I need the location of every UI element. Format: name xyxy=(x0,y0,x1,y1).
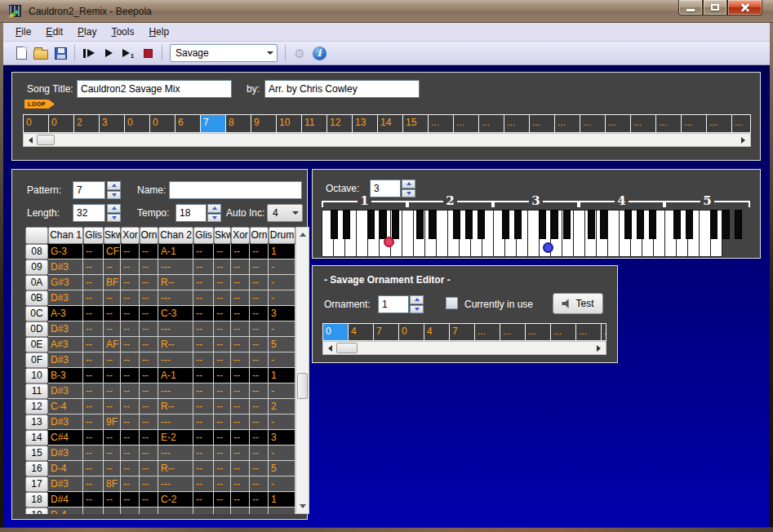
pattern-cell[interactable]: -- xyxy=(231,337,250,352)
sequence-cell[interactable]: ... xyxy=(682,115,707,132)
piano-black-key[interactable] xyxy=(686,210,693,239)
row-address[interactable]: 09 xyxy=(25,259,48,275)
piano-black-key[interactable] xyxy=(673,210,681,239)
pattern-cell[interactable]: -- xyxy=(121,508,140,514)
sequence-cell[interactable]: ... xyxy=(732,115,751,132)
pattern-cell[interactable]: -- xyxy=(140,368,158,383)
play-pattern-button[interactable] xyxy=(99,43,118,63)
pattern-cell[interactable]: E-2 xyxy=(158,430,193,446)
pattern-cell[interactable]: D#3 xyxy=(48,446,83,461)
play-once-button[interactable]: 1 xyxy=(118,43,138,63)
row-address[interactable]: 15 xyxy=(25,446,48,461)
pattern-cell[interactable]: -- xyxy=(250,399,269,415)
pattern-cell[interactable]: -- xyxy=(104,368,121,383)
sequence-cell[interactable]: ... xyxy=(707,115,732,132)
row-address[interactable]: 10 xyxy=(25,368,48,383)
pattern-cell[interactable]: -- xyxy=(140,492,158,508)
piano-black-key[interactable] xyxy=(600,210,607,239)
pattern-cell[interactable]: -- xyxy=(250,446,269,461)
tempo-input[interactable] xyxy=(175,204,207,222)
maximize-button[interactable] xyxy=(703,0,727,16)
open-file-button[interactable] xyxy=(31,43,51,63)
pattern-cell[interactable]: -- xyxy=(83,244,104,259)
scrollbar-thumb[interactable] xyxy=(336,343,358,353)
pattern-cell[interactable]: -- xyxy=(193,244,214,259)
pattern-cell[interactable]: -- xyxy=(121,415,140,430)
pattern-cell[interactable]: -- xyxy=(214,508,231,514)
sequence-cell[interactable]: 6 xyxy=(175,115,201,132)
pattern-cell[interactable]: -- xyxy=(250,415,269,430)
sequence-cell[interactable]: ... xyxy=(580,115,606,132)
pattern-name-input[interactable] xyxy=(169,181,302,199)
sequence-cell[interactable]: ... xyxy=(631,115,656,132)
pattern-cell[interactable]: --- xyxy=(158,415,193,430)
pattern-cell[interactable]: -- xyxy=(214,275,231,290)
pattern-cell[interactable]: -- xyxy=(214,461,231,477)
sequence-cell[interactable]: ... xyxy=(656,115,682,132)
pattern-cell[interactable]: BF xyxy=(104,275,121,290)
pattern-cell[interactable]: -- xyxy=(250,368,269,383)
pattern-cell[interactable]: -- xyxy=(140,383,158,399)
pattern-cell[interactable]: 5 xyxy=(269,337,295,352)
pattern-cell[interactable]: -- xyxy=(214,244,231,259)
pattern-table-scrollbar[interactable] xyxy=(295,227,309,514)
pattern-cell[interactable]: -- xyxy=(214,430,231,446)
pattern-cell[interactable]: -- xyxy=(231,275,250,290)
pattern-cell[interactable]: -- xyxy=(214,290,231,306)
title-bar[interactable]: Cauldron2_Remix - Beepola xyxy=(0,0,773,23)
stop-button[interactable] xyxy=(138,43,158,63)
pattern-cell[interactable]: -- xyxy=(214,306,231,321)
ornament-cell[interactable]: 4 xyxy=(424,324,450,340)
spin-down-icon[interactable] xyxy=(107,191,121,200)
sequence-cell[interactable]: ... xyxy=(479,115,504,132)
pattern-cell[interactable]: G-3 xyxy=(48,244,83,259)
pattern-cell[interactable]: -- xyxy=(140,446,158,461)
ornament-cell[interactable]: ... xyxy=(475,324,500,340)
pattern-cell[interactable]: -- xyxy=(193,259,214,275)
pattern-cell[interactable]: B-3 xyxy=(48,368,83,383)
save-file-button[interactable] xyxy=(51,43,70,63)
pattern-cell[interactable]: -- xyxy=(121,337,140,352)
ornament-scrollbar[interactable] xyxy=(322,341,606,355)
sequence-cell[interactable]: 3 xyxy=(100,115,125,132)
ornament-cell[interactable]: ... xyxy=(602,324,606,340)
scroll-right-icon[interactable] xyxy=(597,345,601,352)
pattern-cell[interactable]: --- xyxy=(158,446,193,461)
octave-input[interactable] xyxy=(370,180,401,197)
pattern-cell[interactable]: -- xyxy=(140,477,158,492)
pattern-cell[interactable]: C-2 xyxy=(158,492,193,508)
pattern-cell[interactable]: -- xyxy=(250,337,269,352)
pattern-cell[interactable]: --- xyxy=(158,508,193,514)
pattern-cell[interactable]: -- xyxy=(193,306,214,321)
pattern-cell[interactable]: -- xyxy=(250,461,269,477)
pattern-cell[interactable]: -- xyxy=(104,306,121,321)
spin-up-icon[interactable] xyxy=(207,204,221,213)
pattern-cell[interactable]: -- xyxy=(231,321,250,337)
pattern-cell[interactable]: -- xyxy=(121,290,140,306)
pattern-cell[interactable]: D#3 xyxy=(48,290,83,306)
pattern-cell[interactable]: -- xyxy=(121,461,140,477)
pattern-cell[interactable]: R-- xyxy=(158,399,193,415)
pattern-cell[interactable]: C-3 xyxy=(158,306,193,321)
pattern-cell[interactable]: -- xyxy=(121,430,140,446)
test-button[interactable]: Test xyxy=(553,293,603,314)
pattern-cell[interactable]: -- xyxy=(214,352,231,368)
pattern-cell[interactable]: CF xyxy=(104,244,121,259)
pattern-cell[interactable]: -- xyxy=(193,508,214,514)
pattern-cell[interactable]: -- xyxy=(83,477,104,492)
sequence-cell[interactable]: 13 xyxy=(353,115,378,132)
pattern-cell[interactable]: 2 xyxy=(269,399,295,415)
sequence-cell[interactable]: ... xyxy=(429,115,454,132)
new-file-button[interactable] xyxy=(11,43,31,63)
pattern-cell[interactable]: -- xyxy=(250,430,269,446)
piano-black-key[interactable] xyxy=(735,210,742,239)
piano-black-key[interactable] xyxy=(624,210,632,239)
row-address[interactable]: 12 xyxy=(25,399,48,415)
pattern-cell[interactable]: -- xyxy=(83,492,104,508)
pattern-cell[interactable]: - xyxy=(269,321,295,337)
pattern-cell[interactable]: -- xyxy=(83,352,104,368)
pattern-cell[interactable]: -- xyxy=(193,399,214,415)
ornament-cell[interactable]: ... xyxy=(500,324,526,340)
pattern-cell[interactable]: -- xyxy=(231,399,250,415)
pattern-cell[interactable]: -- xyxy=(214,492,231,508)
